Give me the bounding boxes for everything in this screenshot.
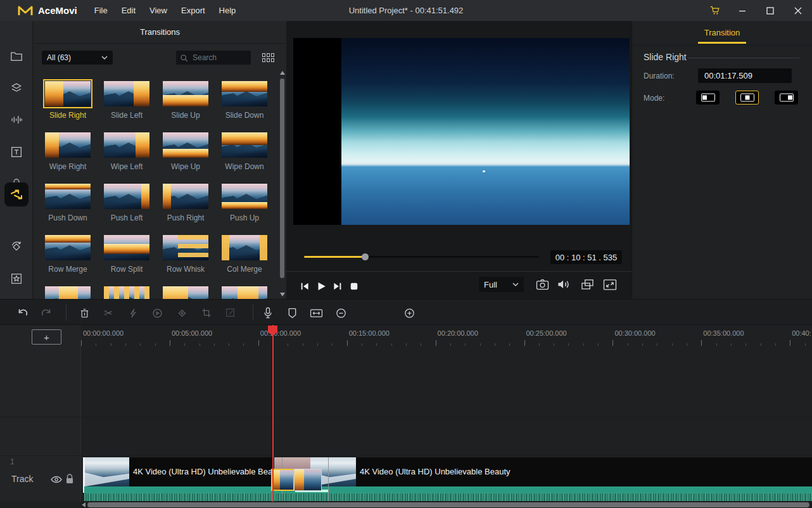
duration-input[interactable] xyxy=(698,68,792,83)
crop-icon[interactable] xyxy=(199,305,214,321)
previous-frame-button[interactable] xyxy=(296,279,313,293)
applied-transition-selected[interactable] xyxy=(271,469,295,491)
maximize-button[interactable] xyxy=(756,0,784,21)
transition-label: Col Merge xyxy=(216,265,273,274)
transition-slide-down[interactable] xyxy=(222,81,267,106)
split-icon[interactable] xyxy=(125,305,141,321)
favorites-icon[interactable] xyxy=(9,271,24,286)
delete-icon[interactable] xyxy=(77,305,92,321)
track-visibility-eye-icon[interactable] xyxy=(50,474,63,485)
transition-row-split[interactable] xyxy=(104,235,149,260)
transition-col-merge[interactable] xyxy=(222,235,267,260)
cart-icon[interactable] xyxy=(701,0,728,21)
transition-label: Slide Down xyxy=(216,111,273,120)
scroll-left-icon[interactable] xyxy=(82,502,86,507)
audio-icon[interactable] xyxy=(9,112,24,127)
play-button[interactable] xyxy=(313,279,329,293)
transition-wipe-left[interactable] xyxy=(104,132,149,158)
mode-label: Mode: xyxy=(644,94,664,103)
snapshot-icon[interactable] xyxy=(535,277,550,291)
play-speed-icon[interactable] xyxy=(149,305,165,321)
redo-icon[interactable] xyxy=(39,305,54,321)
text-icon[interactable] xyxy=(9,144,24,160)
transition-push-right[interactable] xyxy=(163,184,208,209)
sidebar xyxy=(0,21,33,299)
cut-icon[interactable]: ✂ xyxy=(101,305,116,321)
undo-icon[interactable] xyxy=(15,305,30,321)
timeline-ruler[interactable]: 00:00:00.00000:05:00.00000:10:00.00000:1… xyxy=(81,325,812,346)
toolbar-separator xyxy=(253,305,253,321)
transition-wipe-up[interactable] xyxy=(163,132,208,158)
transition-push-down[interactable] xyxy=(45,184,91,209)
voiceover-record-icon[interactable] xyxy=(260,305,276,321)
transition-wipe-right[interactable] xyxy=(45,132,91,158)
mode-center-icon xyxy=(740,94,754,102)
transition-slide-right[interactable] xyxy=(45,81,91,106)
transitions-icon[interactable] xyxy=(4,182,29,206)
mode-overlap-right-button[interactable] xyxy=(775,91,798,105)
stop-button[interactable] xyxy=(346,279,362,293)
minimize-button[interactable] xyxy=(728,0,756,21)
titlebar: AceMovi FileEditViewExportHelp Untitled … xyxy=(0,0,812,21)
duration-label: Duration: xyxy=(644,72,675,80)
close-button[interactable] xyxy=(784,0,812,21)
mode-overlap-left-button[interactable] xyxy=(696,91,720,105)
transition-col-whisk[interactable] xyxy=(104,286,149,299)
applied-transition[interactable] xyxy=(294,469,322,491)
transition-slide-left[interactable] xyxy=(104,81,149,106)
transition-push-up[interactable] xyxy=(222,184,267,209)
menu-edit[interactable]: Edit xyxy=(115,6,143,15)
ruler-label: 00:15:00.000 xyxy=(349,329,390,337)
media-library-icon[interactable] xyxy=(9,49,24,64)
hscrollbar-thumb[interactable] xyxy=(87,502,809,507)
marker-icon[interactable] xyxy=(284,305,300,321)
zoom-out-icon[interactable] xyxy=(333,305,348,321)
track-divider xyxy=(0,417,812,417)
scrollbar-thumb[interactable] xyxy=(280,79,284,278)
transition-name: Slide Right xyxy=(644,52,687,62)
horizontal-scrollbar[interactable] xyxy=(81,502,812,508)
transition-block-right[interactable] xyxy=(222,286,267,299)
elements-layers-icon[interactable] xyxy=(9,80,24,96)
transition-slide-up[interactable] xyxy=(163,81,208,106)
seek-handle[interactable] xyxy=(362,253,369,260)
clip1-thumbnail[interactable] xyxy=(85,457,129,486)
app-name: AceMovi xyxy=(38,5,77,16)
menu-file[interactable]: File xyxy=(87,6,115,15)
fit-to-timeline-icon[interactable] xyxy=(308,305,324,321)
menu-export[interactable]: Export xyxy=(174,6,212,15)
track-lock-icon[interactable] xyxy=(65,473,76,485)
transition-row-whisk[interactable] xyxy=(163,235,208,260)
effects-icon[interactable] xyxy=(9,239,24,255)
scroll-down-icon[interactable] xyxy=(280,293,285,296)
keyframe-icon[interactable] xyxy=(174,305,189,321)
seek-bar[interactable] xyxy=(304,256,539,258)
video-frame xyxy=(293,38,630,225)
transition-wipe-down[interactable] xyxy=(222,132,267,158)
transition-label: Slide Left xyxy=(98,111,155,120)
preview-area: 00 : 10 : 51 . 535 Full xyxy=(286,21,631,299)
ruler-label: 00:20:00.000 xyxy=(438,329,478,337)
scroll-up-icon[interactable] xyxy=(280,71,285,75)
mode-overlap-center-button[interactable] xyxy=(735,91,759,105)
add-track-button[interactable]: + xyxy=(32,329,61,345)
edit-icon[interactable] xyxy=(223,305,238,321)
menu-help[interactable]: Help xyxy=(212,6,243,15)
transition-block-left[interactable] xyxy=(163,286,208,299)
zoom-in-icon[interactable] xyxy=(402,305,417,321)
clip2[interactable]: 4K Video (Ultra HD) Unbelievable Beauty xyxy=(356,457,812,486)
transition-push-left[interactable] xyxy=(104,184,149,209)
transitions-scrollbar[interactable] xyxy=(280,71,285,296)
fullscreen-icon[interactable] xyxy=(602,277,618,291)
clip1[interactable]: 4K Video (Ultra HD) Unbelievable Beauty xyxy=(129,457,274,486)
dual-screen-icon[interactable] xyxy=(580,277,595,291)
menu-view[interactable]: View xyxy=(143,6,174,15)
track-number: 1 xyxy=(10,457,15,466)
preview-zoom-dropdown[interactable]: Full xyxy=(479,277,524,292)
next-frame-button[interactable] xyxy=(329,279,346,293)
volume-icon[interactable] xyxy=(556,277,571,291)
tab-transition[interactable]: Transition xyxy=(698,28,746,37)
transition-col-split[interactable] xyxy=(45,286,91,299)
transition-label: Slide Up xyxy=(157,111,214,120)
transition-row-merge[interactable] xyxy=(45,235,91,260)
